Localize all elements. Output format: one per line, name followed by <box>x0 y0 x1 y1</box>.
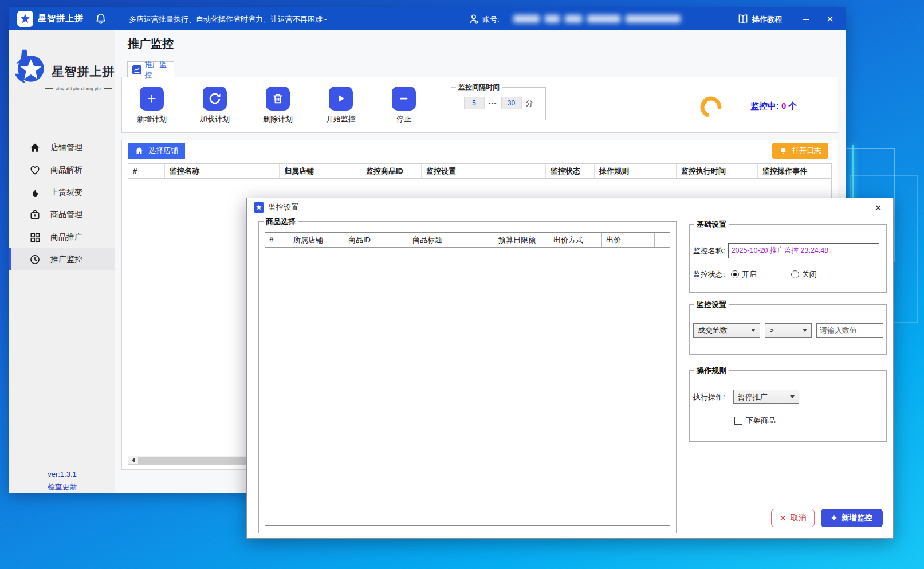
monitor-settings-group: 监控设置 成交笔数 > <box>689 304 887 355</box>
operation-rules-group: 操作规则 执行操作: 暂停推广 下架商品 <box>689 370 887 442</box>
monitor-table-header: # 监控名称 归属店铺 监控商品ID 监控设置 监控状态 操作规则 监控执行时间… <box>128 164 831 179</box>
sidebar-item-product-management[interactable]: 商品管理 <box>9 203 115 226</box>
home-icon <box>29 142 41 154</box>
chevron-down-icon <box>790 395 795 398</box>
monitoring-status: 监控中:0个 <box>750 101 797 112</box>
page-title: 推广监控 <box>128 36 174 52</box>
sidebar-item-product-promotion[interactable]: 商品推广 <box>9 226 115 248</box>
sidebar-item-product-analysis[interactable]: 商品解析 <box>9 159 115 181</box>
sidebar-menu: 店铺管理 商品解析 上货裂变 商品管理 商品推广 <box>9 136 115 270</box>
tab-label: 推广监控 <box>145 60 174 80</box>
case-icon <box>29 209 41 221</box>
app-logo-icon <box>254 202 264 213</box>
start-monitoring-button[interactable]: 开始监控 <box>324 77 358 134</box>
account-label: 账号: <box>482 14 500 25</box>
toolbar-panel: 新增计划 加载计划 删除计划 开始监控 <box>121 77 838 133</box>
scroll-left-arrow-icon[interactable] <box>128 456 138 464</box>
clock-icon <box>29 254 41 265</box>
account-value-redacted <box>513 15 691 23</box>
logo-flame-star-icon <box>10 48 50 85</box>
open-log-button[interactable]: 打开日志 <box>772 143 828 159</box>
bell-icon <box>779 147 788 155</box>
metric-select[interactable]: 成交笔数 <box>693 323 760 338</box>
loading-spinner-icon <box>698 95 724 120</box>
plus-icon <box>140 87 164 111</box>
check-update-link[interactable]: 检查更新 <box>48 482 77 492</box>
play-icon <box>329 87 353 111</box>
app-logo-icon <box>17 11 33 27</box>
app-title: 星智拼上拼 <box>38 13 84 24</box>
stop-button[interactable]: 停止 <box>387 77 421 134</box>
monitor-status-label: 监控状态: <box>693 269 725 280</box>
plus-icon: + <box>831 513 836 523</box>
bell-icon[interactable] <box>95 13 107 25</box>
load-plan-button[interactable]: 加载计划 <box>198 77 232 134</box>
product-table: # 所属店铺 商品ID 商品标题 预算日限额 出价方式 出价 <box>265 232 670 526</box>
reload-icon <box>203 87 227 111</box>
radio-off[interactable] <box>791 270 799 278</box>
product-select-group: 商品选择 # 所属店铺 商品ID 商品标题 预算日限额 出价方式 出价 <box>258 221 677 533</box>
app-tagline: 多店运营批量执行、自动化操作省时省力、让运营不再困难~ <box>129 14 327 25</box>
interval-max-input[interactable] <box>501 97 522 109</box>
sidebar-logo: 星智拼上拼 xing zhi pin shang pin <box>9 48 115 91</box>
status-on-option[interactable]: 开启 <box>731 269 757 280</box>
tutorial-link[interactable]: 操作教程 <box>752 14 782 25</box>
radio-on[interactable] <box>731 270 739 278</box>
minimize-button[interactable]: ─ <box>797 12 815 26</box>
logo-title: 星智拼上拼 <box>52 64 115 80</box>
sidebar-item-shop-management[interactable]: 店铺管理 <box>9 136 115 159</box>
trash-icon <box>266 87 290 111</box>
operator-select[interactable]: > <box>765 323 812 338</box>
sidebar: 星智拼上拼 xing zhi pin shang pin 店铺管理 商品解析 <box>9 30 115 493</box>
basic-settings-group: 基础设置 监控名称: 监控状态: 开启 关闭 <box>689 224 887 293</box>
sidebar-item-promotion-monitoring[interactable]: 推广监控 <box>9 248 115 270</box>
action-select[interactable]: 暂停推广 <box>733 390 799 404</box>
cancel-x-icon: ✕ <box>780 513 787 523</box>
version-label: ver:1.3.1 <box>9 470 115 478</box>
flame-icon <box>29 187 41 198</box>
add-plan-button[interactable]: 新增计划 <box>135 77 169 134</box>
monitor-name-label: 监控名称: <box>693 246 725 256</box>
interval-legend: 监控间隔时间 <box>456 83 502 92</box>
offshelf-checkbox[interactable] <box>734 417 742 425</box>
delete-plan-button[interactable]: 删除计划 <box>261 77 295 134</box>
interval-unit: 分 <box>526 98 533 108</box>
interval-separator: --- <box>489 99 497 107</box>
cancel-button[interactable]: ✕ 取消 <box>771 509 815 527</box>
chevron-down-icon <box>751 329 756 332</box>
monitor-name-input[interactable] <box>728 243 879 258</box>
dialog-titlebar: 监控设置 <box>254 202 298 213</box>
heart-icon <box>29 164 41 176</box>
sidebar-item-listing-fission[interactable]: 上货裂变 <box>9 181 115 203</box>
status-off-option[interactable]: 关闭 <box>791 269 817 280</box>
offshelf-option[interactable]: 下架商品 <box>734 415 776 426</box>
titlebar: 星智拼上拼 多店运营批量执行、自动化操作省时省力、让运营不再困难~ 账号: 操作… <box>9 7 846 30</box>
interval-min-input[interactable] <box>464 97 485 109</box>
home-icon <box>135 146 144 155</box>
chart-icon <box>132 65 141 74</box>
product-table-header: # 所属店铺 商品ID 商品标题 预算日限额 出价方式 出价 <box>265 233 670 248</box>
account-icon <box>467 13 480 25</box>
stop-icon <box>392 87 416 111</box>
monitor-settings-dialog: 监控设置 ✕ 商品选择 # 所属店铺 商品ID 商品标题 预算日限额 出价方式 … <box>246 198 894 539</box>
dialog-title: 监控设置 <box>269 202 298 213</box>
execute-action-label: 执行操作: <box>693 392 725 402</box>
select-shop-button[interactable]: 选择店铺 <box>128 143 185 159</box>
close-button[interactable]: ✕ <box>821 12 839 26</box>
monitor-interval-fieldset: 监控间隔时间 --- 分 <box>451 87 546 120</box>
chevron-down-icon <box>803 329 807 332</box>
logo-subtitle: xing zhi pin shang pin <box>45 87 112 91</box>
grid-icon <box>29 231 41 243</box>
tab-promotion-monitoring[interactable]: 推广监控 <box>127 61 174 77</box>
tutorial-book-icon[interactable] <box>737 13 749 25</box>
add-monitor-button[interactable]: + 新增监控 <box>821 509 883 527</box>
dialog-close-icon[interactable]: ✕ <box>871 201 885 215</box>
threshold-input[interactable] <box>816 323 883 338</box>
